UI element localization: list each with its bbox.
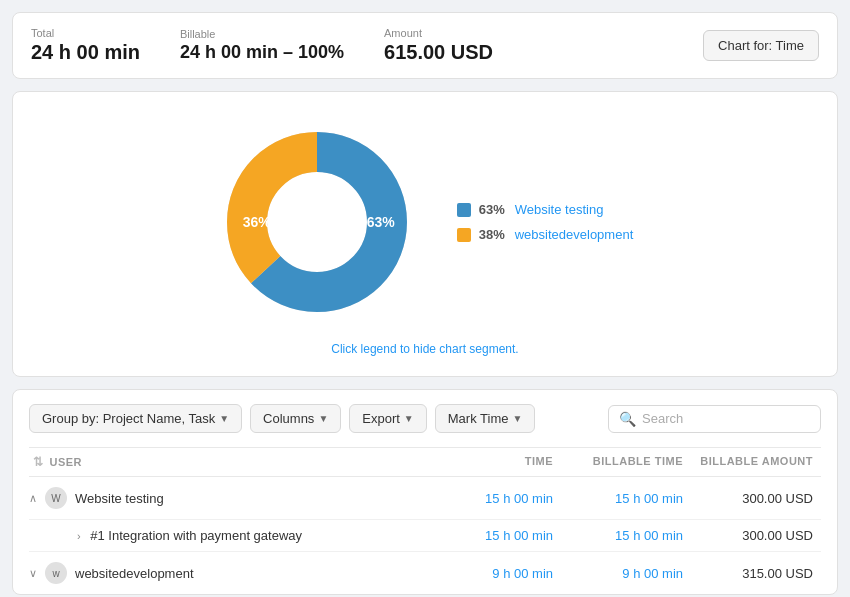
mark-time-button[interactable]: Mark Time ▼ [435,404,536,433]
amount-value: 615.00 USD [384,41,493,64]
sub-row-amount-1: 300.00 USD [691,528,821,543]
legend-color-blue [457,203,471,217]
chart-hint: Click legend to hide chart segment. [33,342,817,356]
search-wrapper: 🔍 [608,405,821,433]
stats-card: Total 24 h 00 min Billable 24 h 00 min –… [12,12,838,79]
project-name-2: websitedevelopment [75,566,194,581]
group-by-chevron-icon: ▼ [219,413,229,424]
export-button[interactable]: Export ▼ [349,404,426,433]
legend-color-orange [457,228,471,242]
sub-expand-icon[interactable]: › [77,530,81,542]
row-name-cell-2: ∨ w websitedevelopment [29,562,431,584]
table-row: ∨ w websitedevelopment 9 h 00 min 9 h 00… [29,552,821,594]
legend-name-website-testing: Website testing [515,202,604,217]
legend-item-websitedev[interactable]: 38% websitedevelopment [457,227,634,242]
row-time-2: 9 h 00 min [431,566,561,581]
collapse-icon[interactable]: ∧ [29,492,37,505]
total-stat: Total 24 h 00 min [31,27,140,64]
chart-area: 63% 36% 63% Website testing 38% websited… [33,112,817,338]
table-card: Group by: Project Name, Task ▼ Columns ▼… [12,389,838,595]
legend-name-websitedev: websitedevelopment [515,227,634,242]
search-icon: 🔍 [619,411,636,427]
export-chevron-icon: ▼ [404,413,414,424]
chart-for-button[interactable]: Chart for: Time [703,30,819,61]
amount-label: Amount [384,27,493,39]
donut-chart: 63% 36% [217,122,417,322]
th-user: ⇅ USER [29,455,431,469]
search-input[interactable] [642,411,810,426]
table-row: ∧ W Website testing 15 h 00 min 15 h 00 … [29,477,821,520]
project-name-1: Website testing [75,491,164,506]
total-label: Total [31,27,140,39]
billable-label: Billable [180,28,344,40]
chart-legend: 63% Website testing 38% websitedevelopme… [457,202,634,242]
columns-label: Columns [263,411,314,426]
th-billable-time: BILLABLE TIME [561,455,691,469]
row-time-1: 15 h 00 min [431,491,561,506]
sub-row: › #1 Integration with payment gateway 15… [29,520,821,552]
sort-icon: ⇅ [33,455,44,469]
billable-stat: Billable 24 h 00 min – 100% [180,28,344,63]
group-by-button[interactable]: Group by: Project Name, Task ▼ [29,404,242,433]
export-label: Export [362,411,400,426]
legend-pct-63: 63% [479,202,507,217]
row-name-cell: ∧ W Website testing [29,487,431,509]
columns-chevron-icon: ▼ [318,413,328,424]
th-billable-amount: BILLABLE AMOUNT [691,455,821,469]
total-value: 24 h 00 min [31,41,140,64]
amount-stat: Amount 615.00 USD [384,27,493,64]
project-avatar-1: W [45,487,67,509]
row-billable-time-1: 15 h 00 min [561,491,691,506]
project-avatar-2: w [45,562,67,584]
chart-card: 63% 36% 63% Website testing 38% websited… [12,91,838,377]
columns-button[interactable]: Columns ▼ [250,404,341,433]
row-billable-time-2: 9 h 00 min [561,566,691,581]
segment-label-37: 36% [243,214,271,230]
legend-item-website-testing[interactable]: 63% Website testing [457,202,634,217]
svg-point-3 [272,177,362,267]
sub-row-billable-time-1: 15 h 00 min [561,528,691,543]
legend-pct-38: 38% [479,227,507,242]
collapse-icon-2[interactable]: ∨ [29,567,37,580]
th-time: TIME [431,455,561,469]
task-name-1: #1 Integration with payment gateway [90,528,302,543]
row-amount-1: 300.00 USD [691,491,821,506]
sub-row-time-1: 15 h 00 min [431,528,561,543]
group-by-label: Group by: Project Name, Task [42,411,215,426]
billable-value: 24 h 00 min – 100% [180,42,344,63]
chart-hint-link[interactable]: hide chart segment. [413,342,518,356]
segment-label-63: 63% [367,214,395,230]
mark-time-chevron-icon: ▼ [512,413,522,424]
table-header: ⇅ USER TIME BILLABLE TIME BILLABLE AMOUN… [29,447,821,477]
toolbar: Group by: Project Name, Task ▼ Columns ▼… [29,404,821,433]
row-amount-2: 315.00 USD [691,566,821,581]
sub-row-name-cell: › #1 Integration with payment gateway [77,528,431,543]
mark-time-label: Mark Time [448,411,509,426]
